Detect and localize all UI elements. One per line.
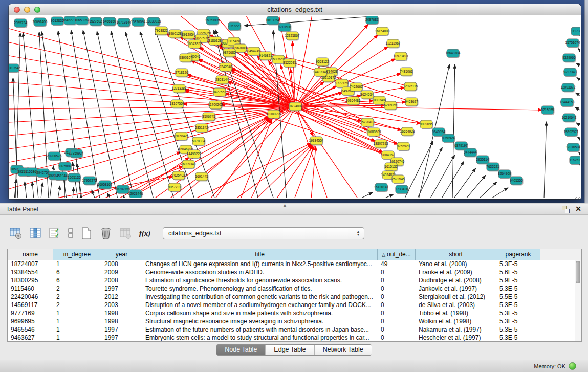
graph-node[interactable]: 7485063 xyxy=(400,68,413,77)
graph-node[interactable]: 2087682 xyxy=(365,16,379,25)
citation-edge-red[interactable] xyxy=(194,143,311,198)
graph-node[interactable]: 2718126 xyxy=(175,69,188,78)
delete-column-icon[interactable] xyxy=(98,226,114,241)
table-row[interactable]: 2242004622012Investigating the contribut… xyxy=(8,293,575,301)
column-header-pagerank[interactable]: pagerank xyxy=(496,249,540,260)
table-row[interactable]: 969969511998Structural magnetic resonanc… xyxy=(8,317,575,325)
citation-edge-black[interactable] xyxy=(478,182,497,198)
graph-node[interactable]: 7963822 xyxy=(155,27,168,36)
close-window-icon[interactable] xyxy=(14,7,20,13)
citation-edge-black[interactable] xyxy=(83,30,118,198)
citation-edge-red[interactable] xyxy=(228,81,407,132)
graph-node[interactable]: 8960128 xyxy=(168,30,182,39)
table-row[interactable]: 1830029562008Estimation of significance … xyxy=(8,276,575,285)
graph-node[interactable]: 2851342 xyxy=(195,124,208,133)
citation-edge-black[interactable] xyxy=(383,194,394,198)
graph-node[interactable]: 15751074 xyxy=(565,39,580,48)
citation-edge-black[interactable] xyxy=(125,32,174,198)
citation-edge-red[interactable] xyxy=(9,29,295,106)
select-column-icon[interactable] xyxy=(28,226,43,241)
graph-node[interactable]: 12923446 xyxy=(128,190,143,198)
column-header-out_de[interactable]: △out_de... xyxy=(378,249,416,260)
citation-edge-black[interactable] xyxy=(32,182,34,198)
network-window-titlebar[interactable]: citations_edges.txt xyxy=(9,4,581,15)
citation-edge-black[interactable] xyxy=(466,175,486,198)
table-row[interactable]: 977716911998Corpus callosum shape and si… xyxy=(8,309,575,317)
graph-node[interactable]: 1615132 xyxy=(384,163,398,172)
graph-node[interactable]: 9756928 xyxy=(397,142,410,151)
citation-edge-black[interactable] xyxy=(577,77,580,81)
minimize-window-icon[interactable] xyxy=(24,7,30,13)
citation-edge-red[interactable] xyxy=(294,146,314,198)
citation-edge-black[interactable] xyxy=(41,183,42,198)
citation-edge-black[interactable] xyxy=(107,193,111,198)
citation-edge-red[interactable] xyxy=(9,106,295,149)
tab-edge-table[interactable]: Edge Table xyxy=(265,345,314,355)
graph-node[interactable]: 8186328 xyxy=(208,37,222,46)
column-header-name[interactable]: name xyxy=(8,249,53,260)
graph-node[interactable]: 2055724 xyxy=(14,19,27,28)
splitter-collapse-icon[interactable]: ▲ xyxy=(282,203,287,208)
graph-node[interactable]: 9463627 xyxy=(405,98,418,107)
citation-edge-red[interactable] xyxy=(215,119,271,198)
select-all-rows-icon[interactable]: ✓✓ xyxy=(47,226,62,241)
network-scrollbar-strip[interactable] xyxy=(584,0,588,203)
graph-node[interactable]: 19166425 xyxy=(174,132,189,141)
graph-node[interactable]: 9875685 xyxy=(223,49,236,58)
graph-node[interactable]: 20206576 xyxy=(47,152,62,161)
function-builder-icon[interactable]: f(x) xyxy=(137,226,153,241)
memory-status-icon[interactable] xyxy=(569,362,576,370)
table-scrollbar-thumb[interactable] xyxy=(576,261,580,283)
float-panel-icon[interactable] xyxy=(562,206,570,213)
table-row[interactable]: 946554611997Estimation of the future num… xyxy=(8,325,575,334)
graph-node[interactable]: 9405355 xyxy=(510,177,523,186)
table-scrollbar[interactable] xyxy=(575,260,581,341)
citation-edge-black[interactable] xyxy=(490,188,508,198)
graph-node[interactable]: 17359924 xyxy=(69,149,84,159)
graph-node[interactable]: 18300295 xyxy=(267,110,281,119)
graph-node[interactable]: 1691445 xyxy=(195,172,208,182)
graph-node[interactable]: 18107554 xyxy=(170,100,185,109)
table-row[interactable]: 1872400712008Changes of HCN gene express… xyxy=(8,260,575,268)
network-window[interactable]: citations_edges.txt 20557242069140690128… xyxy=(9,4,581,199)
graph-node[interactable]: 9329966 xyxy=(562,54,576,63)
citation-edge-black[interactable] xyxy=(579,152,580,155)
graph-node[interactable]: 11700205 xyxy=(208,101,223,110)
graph-node[interactable]: 10973493 xyxy=(394,52,408,61)
graph-node[interactable]: 10653257 xyxy=(75,16,90,26)
graph-node[interactable]: 8912954 xyxy=(182,31,195,40)
graph-node[interactable]: 8522035 xyxy=(283,59,296,68)
graph-node[interactable]: 5878334 xyxy=(192,137,205,146)
graph-node[interactable]: 15876094 xyxy=(131,18,146,27)
column-settings-icon[interactable] xyxy=(8,226,24,241)
graph-node[interactable]: 16648784 xyxy=(446,49,461,58)
citation-edge-red[interactable] xyxy=(295,106,368,130)
graph-node[interactable]: 18039035 xyxy=(146,17,161,27)
graph-node[interactable]: 3506745 xyxy=(202,113,215,122)
citation-network-graph[interactable]: 2055724206914069012836164627341065325715… xyxy=(9,16,580,198)
graph-node[interactable]: 12444158 xyxy=(560,98,575,107)
graph-node[interactable]: 2522545 xyxy=(391,175,405,184)
citation-edge-red[interactable] xyxy=(276,145,313,198)
graph-node[interactable]: 8427552 xyxy=(213,88,226,97)
citation-edge-black[interactable] xyxy=(544,122,547,198)
zoom-window-icon[interactable] xyxy=(34,7,40,13)
citation-edge-black[interactable] xyxy=(577,137,580,140)
toggle-rows-icon[interactable] xyxy=(67,226,75,241)
table-selector-dropdown[interactable]: citations_edges.txt ▲▼ xyxy=(163,227,364,239)
graph-node[interactable]: 1451944 xyxy=(54,172,68,181)
graph-node[interactable]: 14487345 xyxy=(313,68,328,77)
table-row[interactable]: 911546021997Tourette syndrome. Phenomeno… xyxy=(8,285,575,293)
graph-node[interactable]: 1505135 xyxy=(68,173,81,183)
graph-node[interactable]: 7857223 xyxy=(228,22,241,31)
citation-edge-red[interactable] xyxy=(210,106,295,198)
graph-node[interactable]: 9890107 xyxy=(179,54,192,63)
new-column-icon[interactable] xyxy=(79,226,94,241)
graph-node[interactable]: 12975115 xyxy=(403,82,418,92)
citation-edge-black[interactable] xyxy=(359,192,373,198)
close-panel-icon[interactable]: ✕ xyxy=(575,205,581,213)
graph-node[interactable]: 18724007 xyxy=(288,102,303,112)
graph-node[interactable]: 9857791 xyxy=(168,183,181,192)
citation-edge-black[interactable] xyxy=(576,63,580,67)
graph-node[interactable]: 6216065 xyxy=(384,101,397,111)
